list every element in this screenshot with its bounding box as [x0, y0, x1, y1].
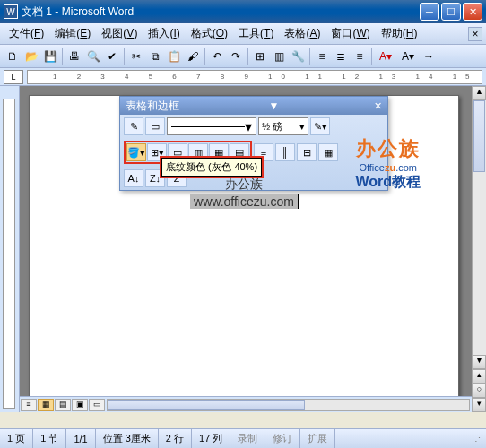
print-icon[interactable]: 🖶 [65, 47, 83, 65]
normal-view-icon[interactable]: ≡ [21, 399, 37, 411]
web-view-icon[interactable]: ▦ [38, 399, 54, 411]
shading-color-icon[interactable]: 🪣▾ [126, 143, 146, 161]
border-color-icon[interactable]: ✎▾ [310, 117, 330, 135]
status-mode-revise[interactable]: 修订 [265, 429, 300, 448]
status-mode-record[interactable]: 录制 [230, 429, 265, 448]
autoformat-icon[interactable]: ⊟ [297, 143, 317, 161]
work-area: 表格和边框 ▼ ✕ ✎ ▭ ▾ ½ 磅▾ ✎▾ 🪣▾ ⊞▾ ▭ ▥ [0, 86, 486, 412]
status-page-of: 1/1 [66, 429, 95, 448]
new-doc-icon[interactable]: 🗋 [4, 47, 22, 65]
menu-bar: 文件(F) 编辑(E) 视图(V) 插入(I) 格式(O) 工具(T) 表格(A… [0, 23, 486, 45]
line-style-dropdown[interactable]: ▾ [167, 117, 256, 135]
menu-tools[interactable]: 工具(T) [233, 23, 279, 44]
copy-icon[interactable]: ⧉ [146, 47, 164, 65]
window-titlebar: W 文档 1 - Microsoft Word ─ ☐ ✕ [0, 0, 486, 23]
shading-color-tooltip: 底纹颜色 (灰色-40%) [161, 158, 262, 177]
toolbox-icon[interactable]: 🔧 [289, 47, 307, 65]
spell-icon[interactable]: ✔ [103, 47, 121, 65]
vertical-ruler[interactable] [3, 99, 15, 409]
menu-help[interactable]: 帮助(H) [376, 23, 423, 44]
scroll-up-icon[interactable]: ▲ [473, 86, 486, 100]
resize-grip-icon[interactable]: ⋰ [470, 433, 486, 444]
align-right-icon[interactable]: ≡ [351, 47, 369, 65]
vertical-ruler-bar [0, 86, 20, 412]
watermark-brand-en: Officezu.com [355, 162, 421, 173]
outline-view-icon[interactable]: ▣ [72, 399, 88, 411]
cut-icon[interactable]: ✂ [127, 47, 145, 65]
tab-selector[interactable]: L [4, 70, 23, 84]
align-center-icon[interactable]: ≣ [332, 47, 350, 65]
status-page: 1 页 [0, 429, 33, 448]
menu-insert[interactable]: 插入(I) [143, 23, 185, 44]
doc-line-2-selected[interactable]: www.officezu.com [190, 194, 298, 209]
vertical-scrollbar[interactable]: ▲ ▼ ▴ ○ ▾ [472, 86, 486, 412]
status-line: 2 行 [159, 429, 192, 448]
indent-icon[interactable]: → [420, 47, 438, 65]
paste-icon[interactable]: 📋 [165, 47, 183, 65]
align-left-icon[interactable]: ≡ [313, 47, 331, 65]
browse-object-icon[interactable]: ○ [473, 383, 486, 398]
prev-page-icon[interactable]: ▴ [473, 369, 486, 383]
table-icon[interactable]: ⊞ [251, 47, 269, 65]
status-position: 位置 3厘米 [96, 429, 159, 448]
distribute-cols-icon[interactable]: ║ [275, 143, 295, 161]
window-title: 文档 1 - Microsoft Word [22, 4, 420, 20]
watermark-brand-cn: 办公族 [355, 135, 421, 162]
document-content[interactable]: 办公族 www.officezu.com [30, 177, 458, 209]
maximize-button[interactable]: ☐ [441, 3, 461, 21]
minimize-button[interactable]: ─ [420, 3, 439, 21]
status-bar: 1 页 1 节 1/1 位置 3厘米 2 行 17 列 录制 修订 扩展 ⋰ [0, 428, 486, 448]
float-toolbar-close-icon[interactable]: ✕ [374, 100, 382, 112]
float-toolbar-title[interactable]: 表格和边框 ▼ ✕ [120, 97, 387, 115]
save-icon[interactable]: 💾 [41, 47, 59, 65]
menu-edit[interactable]: 编辑(E) [49, 23, 96, 44]
status-section: 1 节 [33, 429, 66, 448]
reading-view-icon[interactable]: ▭ [89, 399, 105, 411]
horizontal-scroll-row: ≡ ▦ ▤ ▣ ▭ [20, 396, 472, 412]
columns-icon[interactable]: ▥ [270, 47, 288, 65]
document-viewport: 表格和边框 ▼ ✕ ✎ ▭ ▾ ½ 磅▾ ✎▾ 🪣▾ ⊞▾ ▭ ▥ [20, 86, 486, 412]
menu-table[interactable]: 表格(A) [279, 23, 325, 44]
horizontal-scrollbar[interactable] [107, 399, 470, 411]
undo-icon[interactable]: ↶ [208, 47, 226, 65]
table-props-icon[interactable]: ▦ [318, 143, 338, 161]
float-toolbar-dropdown-icon[interactable]: ▼ [269, 99, 280, 112]
ruler-bar: L [0, 68, 486, 86]
draw-table-icon[interactable]: ✎ [124, 117, 143, 135]
open-icon[interactable]: 📂 [22, 47, 40, 65]
highlight-icon[interactable]: A▾ [397, 47, 419, 65]
float-toolbar-title-text: 表格和边框 [126, 99, 179, 114]
help-context-button[interactable]: × [468, 27, 482, 41]
print-view-icon[interactable]: ▤ [55, 399, 71, 411]
menu-view[interactable]: 视图(V) [96, 23, 143, 44]
menu-window[interactable]: 窗口(W) [325, 23, 375, 44]
standard-toolbar: 🗋 📂 💾 🖶 🔍 ✔ ✂ ⧉ 📋 🖌 ↶ ↷ ⊞ ▥ 🔧 ≡ ≣ ≡ A▾ A… [0, 45, 486, 68]
app-icon: W [4, 4, 18, 19]
horizontal-ruler[interactable] [27, 70, 482, 84]
redo-icon[interactable]: ↷ [227, 47, 245, 65]
status-column: 17 列 [192, 429, 230, 448]
doc-line-1[interactable]: 办公族 [30, 177, 458, 193]
next-page-icon[interactable]: ▾ [473, 398, 486, 412]
menu-format[interactable]: 格式(O) [186, 23, 233, 44]
line-weight-dropdown[interactable]: ½ 磅▾ [258, 117, 308, 135]
status-mode-extend[interactable]: 扩展 [300, 429, 335, 448]
preview-icon[interactable]: 🔍 [84, 47, 102, 65]
scroll-down-icon[interactable]: ▼ [473, 355, 486, 369]
menu-file[interactable]: 文件(F) [4, 23, 49, 44]
font-color-icon[interactable]: A▾ [375, 47, 396, 65]
format-painter-icon[interactable]: 🖌 [184, 47, 202, 65]
document-page[interactable]: 表格和边框 ▼ ✕ ✎ ▭ ▾ ½ 磅▾ ✎▾ 🪣▾ ⊞▾ ▭ ▥ [29, 95, 459, 412]
vscroll-thumb[interactable] [473, 100, 485, 172]
eraser-icon[interactable]: ▭ [145, 117, 165, 135]
hscroll-thumb[interactable] [108, 400, 305, 410]
close-button[interactable]: ✕ [463, 3, 482, 21]
